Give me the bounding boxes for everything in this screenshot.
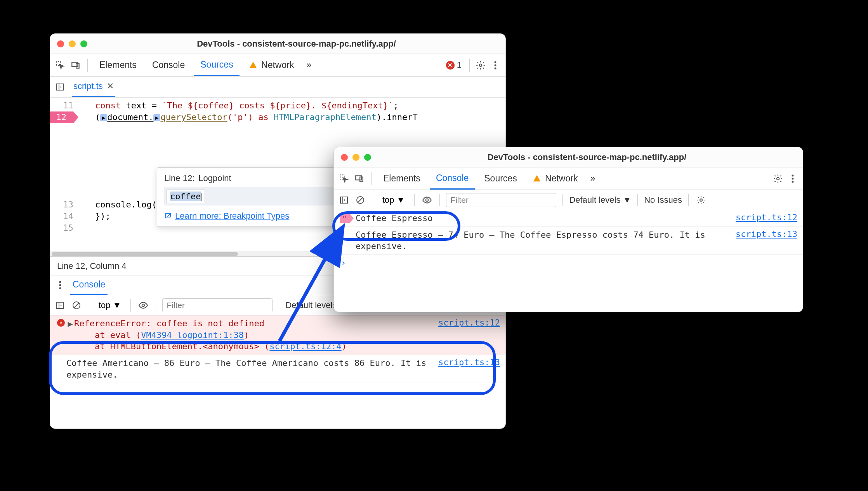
filter-input[interactable] [162,298,273,312]
console-error-row[interactable]: ✕ ▶ ReferenceError: coffee is not define… [50,315,505,355]
gear-icon[interactable] [772,172,784,185]
code-token: ('p') [227,112,253,122]
code-token: ( [95,112,100,122]
stack-link[interactable]: script.ts:12:4 [269,341,341,351]
tab-network[interactable]: Network [243,54,300,76]
line-number[interactable]: 13 [50,199,73,211]
svg-point-26 [792,181,794,183]
tab-network-label: Network [545,173,578,184]
inspect-icon[interactable] [338,172,350,185]
sidebar-toggle-icon[interactable] [338,194,350,206]
divider [89,299,89,312]
filter-input[interactable] [446,193,556,207]
svg-point-4 [495,61,496,63]
inspect-icon[interactable] [54,59,66,71]
divider [469,59,470,72]
scrollbar-thumb[interactable] [52,252,238,256]
traffic-lights [57,40,87,47]
levels-label: Default levels [285,300,337,310]
minimize-window-icon[interactable] [69,40,76,47]
svg-rect-7 [57,84,64,90]
tab-network[interactable]: Network [526,167,584,190]
tab-console[interactable]: Console [146,54,191,76]
error-icon: ✕ [56,319,66,327]
console-prompt[interactable]: › [334,255,803,271]
divider [156,299,156,312]
clear-console-icon[interactable] [70,299,83,312]
code-token: HTMLParagraphElement [274,112,377,122]
tab-sources[interactable]: Sources [478,167,523,190]
log-message: Coffee Americano – 86 Euro – The Coffee … [66,357,434,380]
line-number-breakpoint[interactable]: 12 [50,111,73,123]
source-link[interactable]: script.ts:13 [736,229,797,239]
svg-rect-27 [340,197,347,203]
logpoint-type-label: Logpoint [198,173,231,183]
minimize-window-icon[interactable] [352,154,359,161]
gear-icon[interactable] [474,59,487,71]
console-log-row[interactable]: Coffee Americano – 86 Euro – The Coffee … [50,355,505,383]
stack-link[interactable]: VM4394 logpoint:1:38 [141,330,244,340]
tab-elements[interactable]: Elements [93,54,143,76]
divider [87,59,88,72]
eye-icon[interactable] [137,299,149,312]
drawer-tab-console[interactable]: Console [70,275,108,295]
tab-elements[interactable]: Elements [377,167,427,190]
svg-point-25 [792,178,794,179]
sidebar-toggle-icon[interactable] [54,299,66,312]
code-token: as [253,112,274,122]
clear-console-icon[interactable] [354,194,366,206]
stack-text: at HTMLButtonElement.<anonymous> ( [74,341,269,351]
log-levels-select[interactable]: Default levels ▼ [569,195,631,205]
source-link[interactable]: script.ts:13 [438,357,500,367]
tabs-overflow[interactable]: » [587,167,598,190]
logpoint-line-label: Line 12: [164,173,194,183]
svg-point-6 [495,67,496,69]
expand-icon[interactable]: ▶ [66,319,74,329]
close-icon[interactable]: ✕ [107,81,114,91]
window-title: DevTools - consistent-source-map-pc.netl… [94,39,498,49]
tab-sources[interactable]: Sources [194,54,239,76]
log-message: Coffee Espresso – 74 Euro – The Coffee E… [350,229,731,252]
device-toggle-icon[interactable] [69,59,82,71]
navigator-toggle-icon[interactable] [54,81,66,93]
more-icon[interactable] [54,279,66,291]
line-number[interactable]: 15 [50,222,73,234]
eye-icon[interactable] [421,194,433,206]
console-logpoint-row[interactable]: Coffee Espresso script.ts:12 [334,210,803,227]
divider [562,194,563,206]
console-body: ✕ ▶ ReferenceError: coffee is not define… [50,315,505,383]
line-number[interactable]: 11 [50,100,73,111]
levels-label: Default levels [569,195,620,205]
line-number[interactable]: 14 [50,211,73,222]
learn-more-label: Learn more: Breakpoint Types [175,211,289,221]
gutter: 11 12 13 14 15 [50,98,78,251]
console-body: Coffee Espresso script.ts:12 Coffee Espr… [334,210,803,271]
window-title: DevTools - consistent-source-map-pc.netl… [378,152,796,162]
titlebar: DevTools - consistent-source-map-pc.netl… [334,147,803,167]
close-window-icon[interactable] [341,154,348,161]
svg-point-11 [59,287,61,289]
context-select[interactable]: top ▼ [95,300,124,310]
file-tab-script[interactable]: script.ts ✕ [72,77,115,97]
error-count-badge[interactable]: ✕ 1 [443,60,465,70]
source-link[interactable]: script.ts:12 [438,318,500,327]
divider [373,194,373,206]
more-icon[interactable] [489,59,502,71]
svg-rect-21 [356,176,361,180]
logpoint-input[interactable]: coffee [167,190,205,203]
chevron-down-icon: ▼ [113,300,122,310]
divider [637,194,638,206]
console-log-row[interactable]: Coffee Espresso – 74 Euro – The Coffee E… [334,227,803,255]
divider [371,172,372,185]
source-link[interactable]: script.ts:12 [736,212,797,222]
tabs-overflow[interactable]: » [303,54,314,76]
close-window-icon[interactable] [57,40,64,47]
device-toggle-icon[interactable] [353,172,366,185]
more-icon[interactable] [786,172,799,185]
svg-point-3 [479,64,482,66]
tab-console[interactable]: Console [430,167,475,190]
context-select[interactable]: top ▼ [379,195,408,205]
gear-icon[interactable] [695,194,707,206]
zoom-window-icon[interactable] [364,154,371,161]
zoom-window-icon[interactable] [80,40,87,47]
